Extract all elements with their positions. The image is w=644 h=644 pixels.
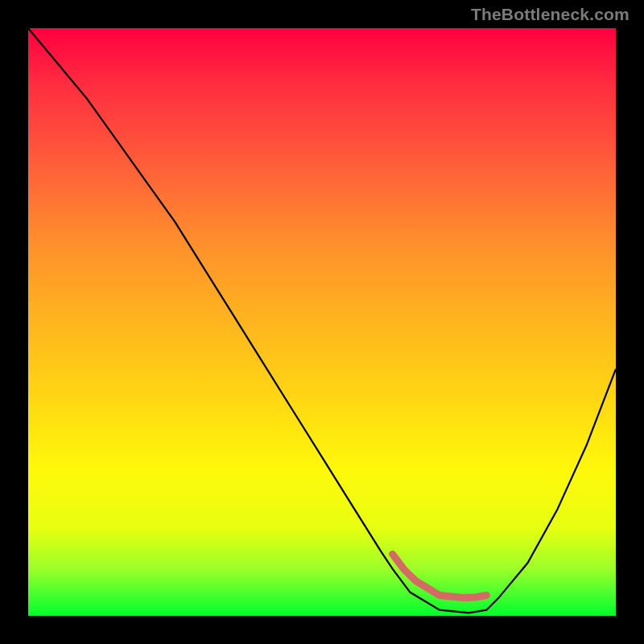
plot-area bbox=[28, 28, 616, 616]
optimal-marker bbox=[393, 554, 487, 597]
chart-frame: TheBottleneck.com bbox=[0, 0, 644, 644]
chart-svg bbox=[28, 28, 616, 616]
watermark-text: TheBottleneck.com bbox=[471, 5, 630, 24]
bottleneck-curve bbox=[28, 28, 616, 613]
